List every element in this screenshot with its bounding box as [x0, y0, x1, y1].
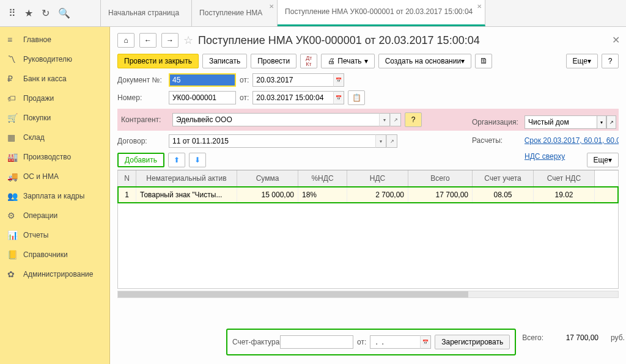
kontr-help-button[interactable]: ?: [405, 112, 422, 127]
th-total: Всего: [408, 170, 473, 187]
doc-input[interactable]: [169, 73, 236, 87]
move-up-button[interactable]: ⬆: [168, 153, 185, 167]
table-row[interactable]: 1 Товарный знак "Чисты... 15 000,00 18% …: [118, 187, 618, 203]
close-icon[interactable]: ✕: [477, 3, 482, 10]
pechat-button[interactable]: 🖨 Печать▾: [321, 54, 374, 68]
nav-operations[interactable]: ⚙Операции: [0, 206, 109, 225]
book-icon: 📒: [7, 250, 17, 260]
box-icon: ▦: [7, 133, 17, 142]
sozdat-button[interactable]: Создать на основании ▾: [378, 54, 472, 68]
th-nds: НДС: [347, 170, 408, 187]
date1-input[interactable]: [252, 73, 333, 87]
forward-button[interactable]: →: [161, 33, 179, 48]
nomer-input[interactable]: [169, 91, 236, 104]
th-asset: Нематериальный актив: [136, 170, 237, 187]
tab-postup[interactable]: Поступление НМА✕: [192, 0, 278, 26]
ops-icon: ⚙: [7, 211, 17, 220]
nav-salary[interactable]: 👥Зарплата и кадры: [0, 186, 109, 206]
back-button[interactable]: ←: [139, 33, 156, 48]
nav-bank[interactable]: ₽Банк и касса: [0, 69, 109, 89]
register-button[interactable]: Зарегистрировать: [435, 335, 510, 349]
sf-num-input[interactable]: [280, 335, 353, 349]
menu-icon: ≡: [7, 35, 17, 45]
people-icon: 👥: [7, 191, 17, 201]
nav-warehouse[interactable]: ▦Склад: [0, 128, 109, 147]
table: N Нематериальный актив Сумма %НДС НДС Вс…: [117, 170, 619, 289]
raschet-label: Расчеты:: [472, 136, 521, 145]
open-icon[interactable]: ↗: [606, 115, 616, 129]
nomer-label: Номер:: [117, 93, 165, 102]
provesti-zakryt-button[interactable]: Провести и закрыть: [117, 54, 199, 68]
history-icon[interactable]: ↻: [42, 7, 50, 19]
tab-doc[interactable]: Поступление НМА УК00-000001 от 20.03.201…: [278, 0, 485, 26]
nav-manager[interactable]: 〽Руководителю: [0, 49, 109, 69]
raschet-link[interactable]: Срок 20.03.2017, 60.01, 60.02, зачет ава…: [525, 136, 619, 145]
ruble-icon: ₽: [7, 74, 17, 84]
org-label: Организация:: [472, 118, 521, 126]
open-icon[interactable]: ↗: [390, 113, 401, 126]
calendar-icon[interactable]: 📅: [333, 73, 344, 87]
tab-home[interactable]: Начальная страница: [101, 0, 192, 26]
calendar-icon[interactable]: 📅: [333, 91, 344, 104]
esche-button[interactable]: Еще ▾: [566, 54, 598, 68]
clipboard-button[interactable]: 📋: [348, 90, 365, 105]
date2-input[interactable]: [252, 91, 333, 104]
th-ndspct: %НДС: [298, 170, 347, 187]
dogovor-label: Договор:: [117, 137, 165, 145]
chart-icon: 〽: [7, 54, 17, 64]
total-value: 17 700,00: [556, 333, 598, 342]
open-icon[interactable]: ↗: [386, 134, 397, 148]
cart-icon: 🛒: [7, 113, 17, 123]
nav-main[interactable]: ≡Главное: [0, 30, 109, 49]
attach-button[interactable]: 🖺: [475, 54, 492, 68]
nav-purchase[interactable]: 🛒Покупки: [0, 108, 109, 128]
nav-sales[interactable]: 🏷Продажи: [0, 89, 109, 108]
star-icon[interactable]: ★: [24, 7, 33, 19]
dobavit-button[interactable]: Добавить: [117, 153, 164, 167]
move-down-button[interactable]: ⬇: [189, 153, 206, 167]
th-n: N: [118, 170, 136, 187]
dropdown-icon[interactable]: ▾: [375, 134, 386, 148]
dogovor-input[interactable]: [169, 134, 375, 148]
th-sum: Сумма: [237, 170, 298, 187]
apps-icon[interactable]: ⠿: [9, 7, 16, 19]
provesti-button[interactable]: Провести: [251, 54, 296, 68]
nds-link[interactable]: НДС сверху: [525, 152, 565, 161]
nav-admin[interactable]: ✿Администрирование: [0, 264, 109, 284]
zapisat-button[interactable]: Записать: [202, 54, 247, 68]
search-icon[interactable]: 🔍: [58, 7, 70, 19]
nav-refs[interactable]: 📒Справочники: [0, 245, 109, 264]
close-button[interactable]: ✕: [612, 34, 620, 46]
page-title: Поступление НМА УК00-000001 от 20.03.201…: [198, 34, 480, 47]
calendar-icon[interactable]: 📅: [420, 335, 431, 349]
help-button[interactable]: ?: [602, 54, 619, 68]
dt-kt-button[interactable]: ДтКт: [300, 54, 317, 68]
total-label: Всего:: [522, 333, 543, 342]
h-scrollbar[interactable]: [117, 291, 619, 298]
fav-icon[interactable]: ☆: [183, 34, 193, 47]
th-ndsacct: Счет НДС: [534, 170, 595, 187]
tag-icon: 🏷: [7, 93, 17, 103]
nav-production[interactable]: 🏭Производство: [0, 147, 109, 167]
gear-icon: ✿: [7, 269, 17, 279]
truck-icon: 🚚: [7, 172, 17, 181]
home-button[interactable]: ⌂: [117, 33, 134, 48]
dropdown-icon[interactable]: ▾: [379, 113, 390, 126]
sidebar: ≡Главное 〽Руководителю ₽Банк и касса 🏷Пр…: [0, 27, 110, 364]
kontr-label: Контрагент:: [121, 115, 169, 124]
sf-date-input[interactable]: [370, 335, 420, 349]
nav-os-nma[interactable]: 🚚ОС и НМА: [0, 167, 109, 186]
close-icon[interactable]: ✕: [269, 3, 274, 10]
nav-reports[interactable]: 📊Отчеты: [0, 225, 109, 245]
table-body: [118, 203, 618, 288]
factory-icon: 🏭: [7, 152, 17, 162]
org-input[interactable]: [525, 115, 597, 129]
kontr-input[interactable]: [172, 113, 379, 126]
dropdown-icon[interactable]: ▾: [597, 115, 606, 129]
doc-label: Документ №:: [117, 76, 165, 84]
sf-label: Счет-фактура №:: [232, 338, 276, 346]
th-acct: Счет учета: [473, 170, 534, 187]
bars-icon: 📊: [7, 230, 17, 240]
